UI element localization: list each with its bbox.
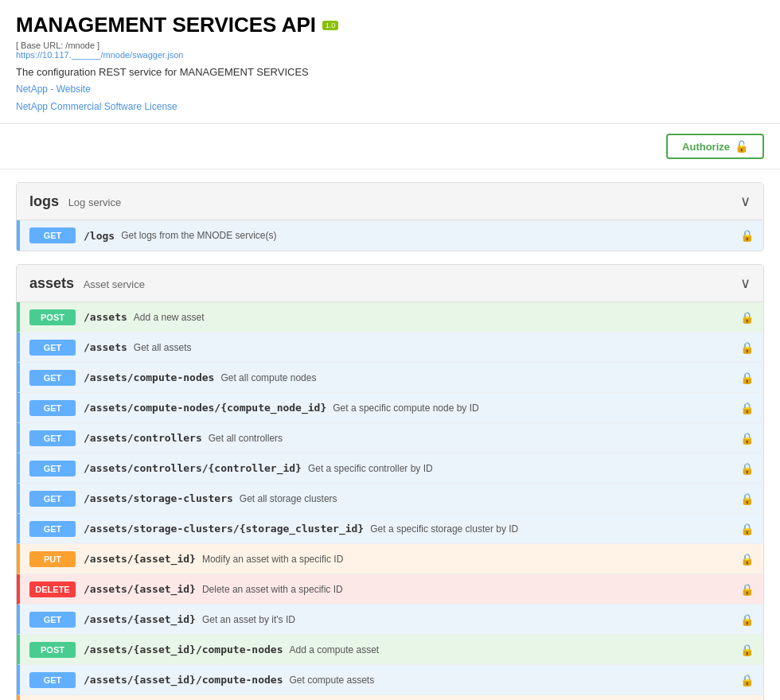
endpoint-description: Get a specific compute node by ID xyxy=(333,402,478,414)
endpoint-path: /assets/{asset_id} xyxy=(84,613,196,625)
endpoint-path: /assets/{asset_id}/compute-nodes xyxy=(84,674,283,686)
endpoint-path: /assets/storage-clusters xyxy=(84,492,233,504)
endpoint-lock-icon: 🔒 xyxy=(740,674,754,686)
endpoint-lock-icon: 🔒 xyxy=(740,402,754,414)
endpoint-path: /assets/{asset_id} xyxy=(84,553,196,565)
method-badge-post: POST xyxy=(29,642,76,658)
endpoint-assets-7[interactable]: GET /assets/storage-clusters/{storage_cl… xyxy=(17,514,763,544)
endpoint-description: Get all compute nodes xyxy=(220,372,316,383)
endpoint-lock-icon: 🔒 xyxy=(740,613,754,626)
endpoint-description: Get all storage clusters xyxy=(240,493,337,504)
endpoint-lock-icon: 🔒 xyxy=(740,553,754,566)
endpoint-lock-icon: 🔒 xyxy=(740,432,754,445)
endpoint-assets-9[interactable]: DELETE /assets/{asset_id} Delete an asse… xyxy=(17,574,763,605)
method-badge-get: GET xyxy=(29,672,76,688)
endpoint-path: /assets/controllers/{controller_id} xyxy=(84,462,302,474)
method-badge-get: GET xyxy=(29,521,76,537)
endpoint-assets-3[interactable]: GET /assets/compute-nodes/{compute_node_… xyxy=(17,393,763,423)
endpoint-assets-4[interactable]: GET /assets/controllers Get all controll… xyxy=(17,423,763,453)
section-subtitle: Log service xyxy=(68,196,121,208)
links: NetApp - Website NetApp Commercial Softw… xyxy=(16,81,764,115)
endpoint-path: /assets/storage-clusters/{storage_cluste… xyxy=(84,523,364,535)
endpoint-path: /assets/{asset_id} xyxy=(84,583,196,595)
section-title-area: logs Log service xyxy=(29,193,121,210)
endpoint-assets-12[interactable]: GET /assets/{asset_id}/compute-nodes Get… xyxy=(17,665,763,695)
method-badge-get: GET xyxy=(29,612,76,628)
endpoint-assets-1[interactable]: GET /assets Get all assets 🔒 xyxy=(17,332,763,363)
endpoint-assets-0[interactable]: POST /assets Add a new asset 🔒 xyxy=(17,302,763,332)
section-assets: assets Asset service ∨ POST /assets Add … xyxy=(16,264,764,700)
endpoint-path: /assets xyxy=(84,311,127,323)
endpoint-assets-5[interactable]: GET /assets/controllers/{controller_id} … xyxy=(17,453,763,484)
endpoint-path: /assets/compute-nodes/{compute_node_id} xyxy=(84,402,326,414)
endpoint-description: Get logs from the MNODE service(s) xyxy=(121,230,276,241)
endpoint-lock-icon: 🔒 xyxy=(740,462,754,475)
endpoint-assets-2[interactable]: GET /assets/compute-nodes Get all comput… xyxy=(17,363,763,393)
endpoint-description: Delete an asset with a specific ID xyxy=(202,584,343,595)
method-badge-get: GET xyxy=(29,370,76,386)
section-title: logs xyxy=(29,193,59,209)
section-title-area: assets Asset service xyxy=(29,275,145,292)
endpoint-lock-icon: 🔒 xyxy=(740,341,754,354)
method-badge-post: POST xyxy=(29,309,76,325)
sections-container: logs Log service ∨ GET /logs Get logs fr… xyxy=(0,182,780,700)
description: The configuration REST service for MANAG… xyxy=(16,66,764,78)
method-badge-delete: DELETE xyxy=(29,581,76,597)
endpoint-description: Get an asset by it's ID xyxy=(202,614,295,625)
api-title: MANAGEMENT SERVICES API xyxy=(16,13,316,37)
swagger-link[interactable]: https://10.117.______/mnode/swagger.json xyxy=(16,50,183,60)
endpoint-assets-11[interactable]: POST /assets/{asset_id}/compute-nodes Ad… xyxy=(17,635,763,665)
endpoint-assets-8[interactable]: PUT /assets/{asset_id} Modify an asset w… xyxy=(17,544,763,574)
endpoint-description: Add a compute asset xyxy=(289,644,379,655)
endpoint-lock-icon: 🔒 xyxy=(740,311,754,324)
chevron-down-icon: ∨ xyxy=(740,192,751,210)
section-header-assets[interactable]: assets Asset service ∨ xyxy=(17,265,763,302)
authorize-section: Authorize 🔓 xyxy=(0,124,780,169)
endpoint-path: /logs xyxy=(84,230,115,242)
endpoint-description: Get a specific controller by ID xyxy=(308,463,433,474)
endpoint-lock-icon: 🔒 xyxy=(740,644,754,656)
endpoint-description: Get all controllers xyxy=(209,433,283,444)
method-badge-put: PUT xyxy=(29,551,76,567)
endpoint-assets-13[interactable]: PUT /assets/{asset_id}/compute-nodes/{co… xyxy=(17,695,763,700)
endpoint-description: Get a specific storage cluster by ID xyxy=(370,523,518,535)
method-badge-get: GET xyxy=(29,228,76,243)
endpoint-description: Get all assets xyxy=(134,342,192,353)
netapp-license-link[interactable]: NetApp Commercial Software License xyxy=(16,99,764,116)
endpoint-path: /assets/{asset_id}/compute-nodes xyxy=(84,644,283,655)
section-header-logs[interactable]: logs Log service ∨ xyxy=(17,183,763,220)
endpoint-path: /assets/controllers xyxy=(84,432,202,444)
authorize-label: Authorize xyxy=(682,141,730,153)
endpoint-lock-icon: 🔒 xyxy=(740,583,754,596)
endpoint-assets-10[interactable]: GET /assets/{asset_id} Get an asset by i… xyxy=(17,605,763,635)
endpoint-lock-icon: 🔒 xyxy=(740,371,754,384)
lock-icon: 🔓 xyxy=(735,140,748,153)
method-badge-get: GET xyxy=(29,430,76,446)
top-header: MANAGEMENT SERVICES API 1.0 [ Base URL: … xyxy=(0,0,780,124)
endpoint-assets-6[interactable]: GET /assets/storage-clusters Get all sto… xyxy=(17,484,763,514)
endpoint-lock-icon: 🔒 xyxy=(740,229,754,242)
chevron-down-icon: ∨ xyxy=(740,274,751,292)
method-badge-get: GET xyxy=(29,461,76,476)
section-logs: logs Log service ∨ GET /logs Get logs fr… xyxy=(16,182,764,251)
endpoint-logs-0[interactable]: GET /logs Get logs from the MNODE servic… xyxy=(17,220,763,251)
endpoint-path: /assets/compute-nodes xyxy=(84,371,214,383)
method-badge-get: GET xyxy=(29,340,76,356)
section-title: assets xyxy=(29,275,74,291)
method-badge-get: GET xyxy=(29,400,76,416)
endpoint-lock-icon: 🔒 xyxy=(740,492,754,505)
section-subtitle: Asset service xyxy=(84,278,145,290)
netapp-website-link[interactable]: NetApp - Website xyxy=(16,81,764,99)
endpoint-description: Get compute assets xyxy=(289,675,374,686)
version-badge: 1.0 xyxy=(322,21,339,30)
endpoint-lock-icon: 🔒 xyxy=(740,523,754,535)
endpoint-description: Modify an asset with a specific ID xyxy=(202,554,343,565)
base-url: [ Base URL: /mnode ] https://10.117.____… xyxy=(16,41,764,60)
authorize-button[interactable]: Authorize 🔓 xyxy=(666,134,764,159)
endpoint-description: Add a new asset xyxy=(134,312,205,323)
endpoint-path: /assets xyxy=(84,341,127,353)
method-badge-get: GET xyxy=(29,491,76,507)
